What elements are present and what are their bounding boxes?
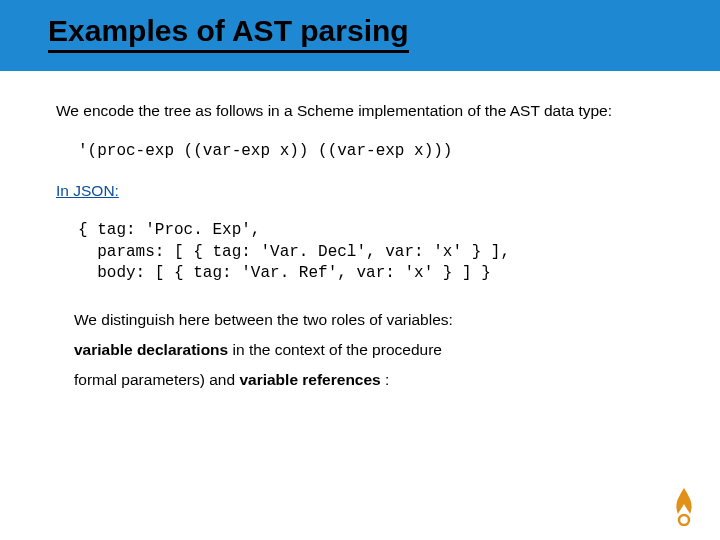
title-bar: Examples of AST parsing bbox=[0, 0, 720, 71]
slide: Examples of AST parsing We encode the tr… bbox=[0, 0, 720, 540]
note3-pre: formal parameters) and bbox=[74, 371, 239, 388]
note-bold-references: variable references bbox=[239, 371, 380, 388]
note-line-3: formal parameters) and variable referenc… bbox=[74, 371, 664, 389]
in-json-label: In JSON: bbox=[56, 182, 664, 200]
scheme-code: '(proc-exp ((var-exp x)) ((var-exp x))) bbox=[78, 142, 664, 160]
intro-text: We encode the tree as follows in a Schem… bbox=[56, 101, 664, 122]
slide-content: We encode the tree as follows in a Schem… bbox=[0, 71, 720, 389]
note-bold-declarations: variable declarations bbox=[74, 341, 228, 358]
flame-logo-icon bbox=[668, 486, 700, 526]
note2-post: in the context of the procedure bbox=[228, 341, 442, 358]
svg-point-0 bbox=[679, 515, 689, 525]
note3-post: : bbox=[381, 371, 390, 388]
slide-title: Examples of AST parsing bbox=[48, 14, 409, 53]
note-line-2: variable declarations in the context of … bbox=[74, 341, 664, 359]
json-code: { tag: 'Proc. Exp', params: [ { tag: 'Va… bbox=[78, 220, 664, 285]
note-line-1: We distinguish here between the two role… bbox=[74, 311, 664, 329]
